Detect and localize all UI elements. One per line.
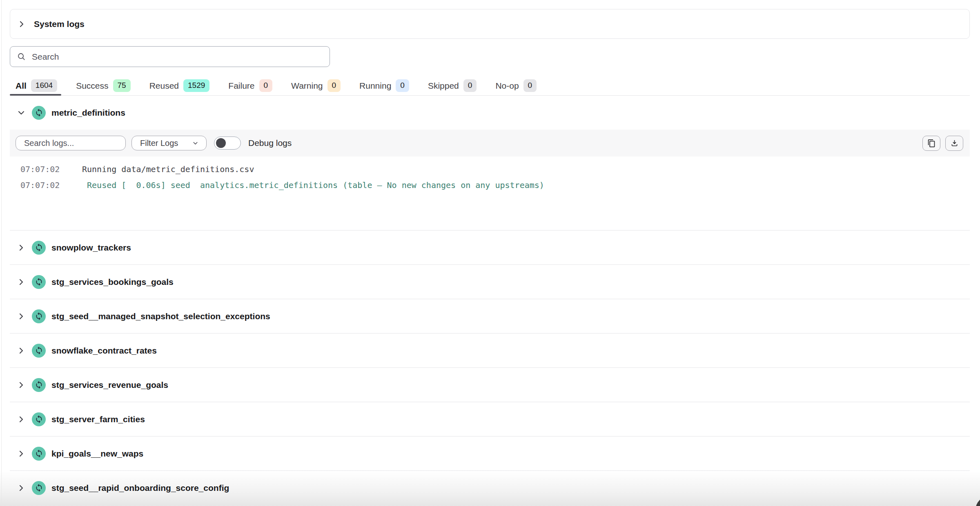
- panel-edge-divider: [1, 0, 2, 506]
- chevron-right-icon: [16, 483, 26, 493]
- reused-status-icon: [32, 275, 46, 289]
- reused-status-icon: [32, 481, 46, 495]
- tab-success[interactable]: Success 75: [76, 76, 131, 95]
- log-toolbar: Filter Logs Debug logs: [10, 130, 970, 157]
- chevron-right-icon: [16, 380, 26, 390]
- chevron-down-icon: [192, 140, 199, 147]
- row-label: stg_server_farm_cities: [51, 414, 145, 424]
- log-output: 07:07:02 Running data/metric_definitions…: [10, 157, 970, 230]
- section-row-snowflake-contract-rates[interactable]: snowflake_contract_rates: [10, 333, 970, 367]
- section-row-kpi-goals-new-waps[interactable]: kpi_goals__new_waps: [10, 436, 970, 470]
- tab-success-count-badge: 75: [113, 79, 131, 92]
- chevron-right-icon: [16, 346, 26, 356]
- chevron-right-icon: [16, 414, 26, 424]
- log-message: Reused [ 0.06s] seed analytics.metric_de…: [82, 177, 544, 193]
- section-row-stg-services-revenue-goals[interactable]: stg_services_revenue_goals: [10, 367, 970, 402]
- log-message: Running data/metric_definitions.csv: [82, 161, 254, 177]
- download-icon: [950, 139, 959, 148]
- section-row-stg-seed-rapid-onboarding-score-config[interactable]: stg_seed__rapid_onboarding_score_config: [10, 470, 970, 505]
- tab-reused[interactable]: Reused 1529: [149, 76, 210, 95]
- row-label: snowplow_trackers: [51, 243, 131, 253]
- debug-logs-label: Debug logs: [248, 138, 292, 148]
- row-label: stg_seed__rapid_onboarding_score_config: [51, 483, 229, 493]
- tab-running-count-badge: 0: [396, 79, 409, 92]
- section-row-snowplow-trackers[interactable]: snowplow_trackers: [10, 230, 970, 264]
- tab-reused-count-badge: 1529: [183, 79, 209, 92]
- tab-all[interactable]: All 1604: [16, 76, 57, 95]
- reused-status-icon: [32, 378, 46, 392]
- chevron-right-icon: [16, 277, 26, 287]
- tab-running[interactable]: Running 0: [359, 76, 409, 95]
- section-row-stg-services-bookings-goals[interactable]: stg_services_bookings_goals: [10, 264, 970, 299]
- reused-status-icon: [32, 412, 46, 426]
- floating-widget-bubble[interactable]: [976, 496, 980, 506]
- reused-status-icon: [32, 241, 46, 255]
- section-row-stg-server-farm-cities[interactable]: stg_server_farm_cities: [10, 402, 970, 436]
- row-label: snowflake_contract_rates: [51, 346, 157, 356]
- system-logs-panel[interactable]: System logs: [10, 9, 970, 39]
- search-icon: [17, 52, 26, 61]
- chevron-right-icon: [17, 19, 27, 29]
- reused-status-icon: [32, 344, 46, 358]
- tab-warning[interactable]: Warning 0: [291, 76, 341, 95]
- tab-all-count-badge: 1604: [31, 79, 57, 92]
- log-line: 07:07:02 Reused [ 0.06s] seed analytics.…: [20, 177, 970, 193]
- section-row-stg-seed-managed-snapshot-selection-exceptions[interactable]: stg_seed__managed_snapshot_selection_exc…: [10, 299, 970, 333]
- chevron-down-icon: [16, 108, 26, 118]
- row-label: kpi_goals__new_waps: [51, 449, 143, 459]
- section-row-metric-definitions[interactable]: metric_definitions: [10, 96, 970, 130]
- section-name: metric_definitions: [51, 108, 125, 118]
- filter-logs-dropdown[interactable]: Filter Logs: [131, 136, 207, 150]
- tab-noop-count-badge: 0: [523, 79, 537, 92]
- chevron-right-icon: [16, 311, 26, 321]
- system-logs-title: System logs: [34, 19, 85, 29]
- row-label: stg_services_revenue_goals: [51, 380, 168, 390]
- tab-skipped-count-badge: 0: [463, 79, 477, 92]
- tab-failure[interactable]: Failure 0: [228, 76, 272, 95]
- download-logs-button[interactable]: [945, 136, 963, 151]
- copy-logs-button[interactable]: [922, 136, 940, 151]
- tab-skipped[interactable]: Skipped 0: [428, 76, 477, 95]
- log-search-input[interactable]: [16, 136, 126, 150]
- log-timestamp: 07:07:02: [20, 177, 82, 193]
- chevron-right-icon: [16, 449, 26, 459]
- chevron-right-icon: [16, 243, 26, 253]
- copy-icon: [927, 139, 936, 148]
- reused-status-icon: [32, 309, 46, 323]
- reused-status-icon: [32, 447, 46, 461]
- tab-noop[interactable]: No-op 0: [495, 76, 537, 95]
- log-line: 07:07:02 Running data/metric_definitions…: [20, 161, 970, 177]
- row-label: stg_services_bookings_goals: [51, 277, 174, 287]
- search-box[interactable]: [10, 46, 330, 67]
- tab-warning-count-badge: 0: [327, 79, 341, 92]
- reused-status-icon: [32, 106, 46, 120]
- debug-logs-toggle[interactable]: [214, 137, 241, 150]
- status-tabs: All 1604 Success 75 Reused 1529 Failure …: [10, 76, 970, 96]
- row-label: stg_seed__managed_snapshot_selection_exc…: [51, 311, 270, 321]
- model-rows-list: snowplow_trackers stg_services_bookings_…: [10, 230, 970, 505]
- search-input[interactable]: [32, 52, 323, 62]
- log-timestamp: 07:07:02: [20, 161, 82, 177]
- toggle-knob: [216, 138, 226, 148]
- tab-failure-count-badge: 0: [259, 79, 273, 92]
